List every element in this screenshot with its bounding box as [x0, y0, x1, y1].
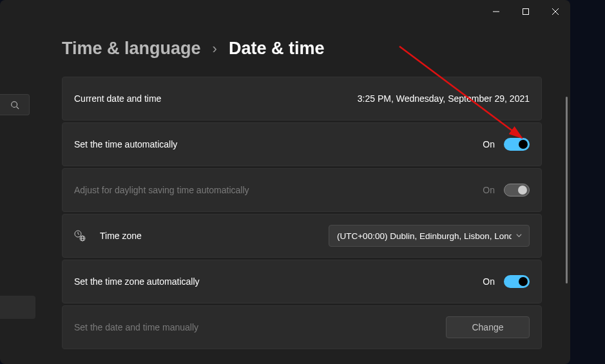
timezone-card: Time zone (UTC+00:00) Dublin, Edinburgh,…	[62, 214, 542, 258]
auto-timezone-card: Set the time zone automatically On	[62, 260, 542, 303]
auto-time-toggle[interactable]	[504, 138, 530, 151]
settings-window: Time & language › Date & time Current da…	[0, 0, 570, 364]
globe-clock-icon	[74, 230, 86, 242]
dst-card: Adjust for daylight saving time automati…	[62, 168, 542, 212]
svg-rect-1	[523, 9, 529, 15]
change-button[interactable]: Change	[446, 316, 530, 338]
current-datetime-label: Current date and time	[74, 93, 161, 104]
sidebar	[0, 23, 37, 364]
chevron-right-icon: ›	[213, 41, 217, 57]
auto-time-label: Set the time automatically	[74, 139, 177, 149]
manual-datetime-card: Set the date and time manually Change	[62, 305, 542, 349]
titlebar	[0, 0, 570, 23]
auto-time-card: Set the time automatically On	[62, 122, 542, 166]
auto-time-state: On	[483, 139, 495, 149]
dst-toggle	[504, 184, 530, 196]
minimize-button[interactable]	[481, 0, 511, 23]
sidebar-item[interactable]	[0, 296, 35, 319]
auto-timezone-label: Set the time zone automatically	[74, 276, 200, 287]
svg-line-8	[78, 234, 79, 235]
chevron-down-icon	[515, 231, 523, 241]
breadcrumb-current: Date & time	[229, 39, 325, 59]
close-button[interactable]	[541, 0, 570, 23]
auto-timezone-toggle[interactable]	[504, 275, 530, 288]
scrollbar[interactable]	[566, 97, 568, 283]
dst-label: Adjust for daylight saving time automati…	[74, 185, 249, 195]
search-input[interactable]	[0, 94, 30, 115]
main-content: Time & language › Date & time Current da…	[37, 23, 570, 364]
svg-point-4	[11, 101, 17, 107]
manual-datetime-label: Set the date and time manually	[74, 322, 198, 332]
current-datetime-value: 3:25 PM, Wednesday, September 29, 2021	[358, 93, 530, 104]
breadcrumb: Time & language › Date & time	[62, 39, 553, 59]
current-datetime-card: Current date and time 3:25 PM, Wednesday…	[62, 77, 542, 120]
search-icon	[10, 101, 19, 110]
dst-state: On	[483, 185, 495, 195]
breadcrumb-parent[interactable]: Time & language	[62, 39, 201, 59]
timezone-dropdown[interactable]: (UTC+00:00) Dublin, Edinburgh, Lisbon, L…	[329, 225, 530, 247]
auto-timezone-state: On	[483, 276, 495, 287]
timezone-label: Time zone	[100, 231, 142, 241]
maximize-button[interactable]	[511, 0, 541, 23]
svg-line-5	[16, 106, 19, 109]
timezone-value: (UTC+00:00) Dublin, Edinburgh, Lisbon, L…	[337, 231, 512, 241]
